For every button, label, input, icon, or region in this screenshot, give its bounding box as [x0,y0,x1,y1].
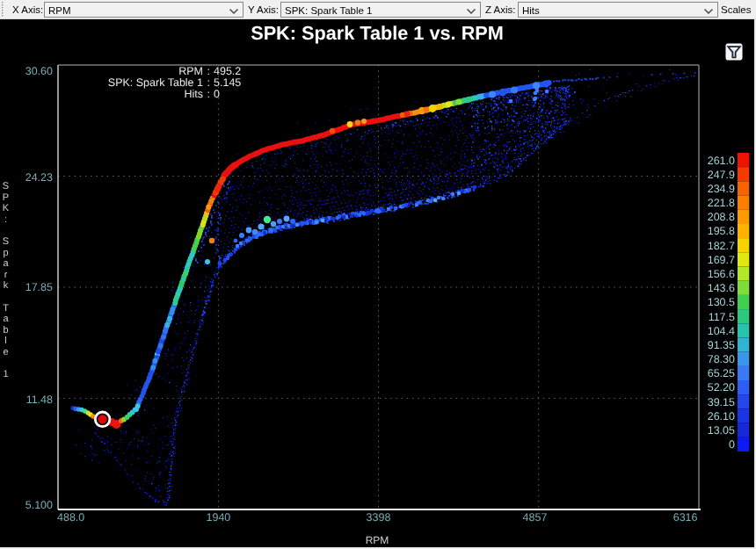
svg-text:234.9: 234.9 [708,183,735,195]
svg-text:495.2: 495.2 [214,65,241,77]
svg-text:488.0: 488.0 [57,511,84,524]
svg-text:130.5: 130.5 [708,296,735,308]
svg-text:5.145: 5.145 [214,76,241,89]
svg-text:39.15: 39.15 [708,396,735,408]
svg-text:b: b [3,325,8,336]
svg-text:4857: 4857 [523,511,548,524]
svg-text:RPM: RPM [178,65,203,77]
svg-text:T: T [3,303,9,314]
svg-text:91.35: 91.35 [708,339,735,351]
svg-text:11.48: 11.48 [26,394,53,406]
svg-text:r: r [4,270,8,280]
svg-text:3398: 3398 [367,511,391,524]
svg-text:P: P [3,192,9,203]
svg-text:6316: 6316 [673,511,698,524]
svg-text:5.100: 5.100 [25,499,53,511]
svg-text:a: a [3,258,9,269]
svg-text:S: S [3,181,9,191]
svg-text:SPK: Spark Table 1: SPK: Spark Table 1 [108,76,203,89]
svg-text:30.60: 30.60 [25,65,53,77]
svg-text:52.20: 52.20 [708,381,735,394]
svg-text::: : [207,65,210,77]
svg-text:182.7: 182.7 [708,240,735,252]
svg-text:e: e [3,347,8,358]
svg-text:78.30: 78.30 [708,353,735,365]
svg-text:1940: 1940 [206,511,230,524]
svg-text:1: 1 [3,369,8,379]
svg-text:104.4: 104.4 [708,325,735,337]
svg-text:13.05: 13.05 [708,424,735,437]
svg-text:208.8: 208.8 [708,211,735,223]
svg-text:0: 0 [214,88,220,100]
svg-text:24.23: 24.23 [25,171,53,184]
svg-text:247.9: 247.9 [708,169,735,181]
svg-text::: : [207,76,210,89]
svg-text:k: k [4,280,9,291]
svg-text:Hits: Hits [184,88,203,100]
svg-text:169.7: 169.7 [708,254,735,266]
svg-text:143.6: 143.6 [708,282,735,294]
svg-text::: : [4,214,7,225]
svg-text:p: p [3,248,8,258]
svg-text:195.8: 195.8 [708,225,735,237]
svg-text:156.6: 156.6 [708,268,735,280]
svg-text:261.0: 261.0 [708,155,735,167]
svg-text:26.10: 26.10 [708,410,735,423]
svg-text:117.5: 117.5 [709,311,735,323]
svg-text:17.85: 17.85 [25,281,53,293]
svg-text:SPK: Spark Table 1 vs. RPM: SPK: Spark Table 1 vs. RPM [251,22,504,44]
svg-text:S: S [3,236,9,247]
svg-text:0: 0 [729,438,735,451]
svg-text:l: l [4,336,6,346]
svg-text::: : [207,88,210,100]
svg-text:K: K [3,203,10,213]
svg-text:65.25: 65.25 [708,367,735,379]
svg-text:a: a [3,314,9,324]
svg-text:221.8: 221.8 [708,197,735,209]
svg-text:RPM: RPM [366,534,389,546]
